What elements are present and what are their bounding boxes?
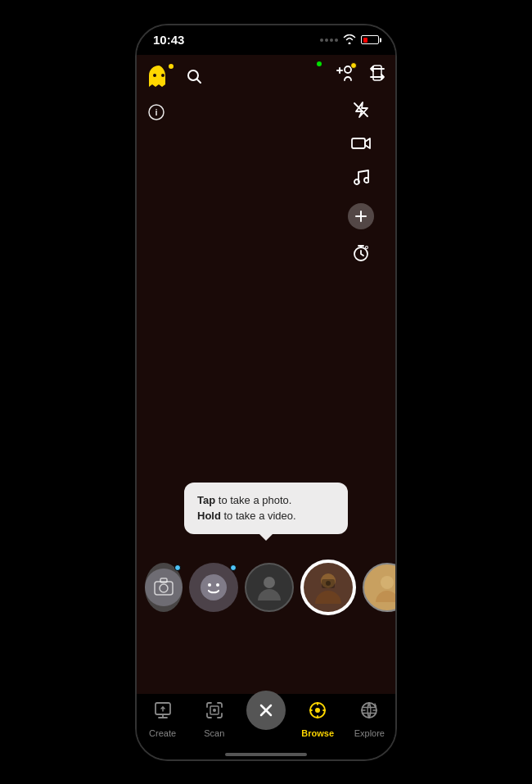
right-side-icons bbox=[348, 101, 374, 265]
signal-dot-3 bbox=[330, 39, 333, 42]
status-time: 10:43 bbox=[153, 33, 184, 47]
signal-dot-2 bbox=[325, 39, 328, 42]
shutter-close-button[interactable] bbox=[246, 691, 286, 730]
tooltip-tap-bold: Tap bbox=[197, 494, 215, 506]
nav-item-shutter[interactable] bbox=[241, 694, 291, 730]
svg-point-22 bbox=[201, 574, 227, 600]
svg-rect-21 bbox=[160, 578, 167, 582]
explore-icon bbox=[359, 700, 379, 725]
tooltip-hold-text: to take a video. bbox=[221, 510, 296, 522]
tooltip-line2: Hold to take a video. bbox=[197, 508, 335, 524]
browse-label: Browse bbox=[301, 728, 334, 738]
svg-point-23 bbox=[208, 583, 211, 587]
nav-item-create[interactable]: Create bbox=[138, 700, 187, 738]
nav-item-scan[interactable]: Scan bbox=[190, 700, 239, 738]
ghost-notification-dot bbox=[167, 62, 175, 70]
status-bar: 10:43 bbox=[137, 25, 395, 55]
camera-area[interactable]: i bbox=[137, 55, 395, 694]
signal-dot-4 bbox=[335, 39, 338, 42]
svg-point-0 bbox=[153, 74, 156, 77]
story-item-selected[interactable] bbox=[300, 560, 356, 615]
stories-row bbox=[137, 555, 395, 620]
live-button[interactable] bbox=[351, 136, 371, 153]
search-icon[interactable] bbox=[186, 68, 202, 88]
svg-point-28 bbox=[326, 581, 331, 586]
green-dot bbox=[317, 61, 322, 66]
flip-camera-button[interactable] bbox=[367, 63, 387, 86]
svg-point-1 bbox=[161, 74, 165, 77]
lens-inner bbox=[145, 569, 183, 606]
tooltip: Tap to take a photo. Hold to take a vide… bbox=[184, 483, 348, 534]
ghost-icon[interactable] bbox=[147, 65, 173, 91]
smiley-notification-dot bbox=[230, 564, 237, 571]
story-item-lens[interactable] bbox=[145, 563, 183, 612]
flash-off-button[interactable] bbox=[352, 101, 370, 121]
status-icons bbox=[320, 34, 379, 47]
nav-item-browse[interactable]: Browse bbox=[293, 700, 342, 738]
svg-point-38 bbox=[315, 708, 320, 713]
top-left-controls bbox=[147, 65, 202, 91]
nav-item-explore[interactable]: Explore bbox=[345, 700, 394, 738]
add-button[interactable] bbox=[348, 203, 374, 229]
top-right-controls bbox=[335, 63, 387, 265]
svg-point-12 bbox=[364, 178, 369, 183]
story-item-2[interactable] bbox=[245, 563, 294, 612]
svg-line-3 bbox=[197, 79, 201, 83]
battery-icon bbox=[361, 35, 379, 44]
phone-frame: 10:43 bbox=[135, 24, 397, 761]
create-label: Create bbox=[149, 728, 176, 738]
timer-button[interactable] bbox=[352, 244, 370, 265]
wifi-icon bbox=[343, 34, 356, 47]
create-icon bbox=[153, 700, 173, 725]
tooltip-tap-text: to take a photo. bbox=[215, 494, 291, 506]
battery-fill bbox=[363, 38, 367, 43]
scan-icon bbox=[205, 700, 224, 725]
top-right-top bbox=[335, 63, 387, 86]
info-icon[interactable]: i bbox=[148, 104, 165, 125]
svg-point-11 bbox=[354, 179, 359, 184]
svg-point-24 bbox=[216, 583, 219, 587]
story-item-smiley[interactable] bbox=[189, 563, 238, 612]
svg-rect-8 bbox=[373, 66, 381, 80]
explore-label: Explore bbox=[354, 728, 385, 738]
add-friend-button[interactable] bbox=[335, 65, 354, 84]
lens-notification-dot bbox=[174, 564, 181, 571]
home-indicator bbox=[225, 753, 307, 756]
scan-label: Scan bbox=[204, 728, 224, 738]
bottom-nav: Create Scan bbox=[137, 694, 395, 759]
svg-text:i: i bbox=[155, 107, 157, 117]
music-button[interactable] bbox=[353, 168, 369, 188]
svg-point-29 bbox=[381, 576, 394, 589]
svg-point-25 bbox=[264, 577, 275, 588]
svg-point-34 bbox=[213, 709, 216, 712]
tooltip-line1: Tap to take a photo. bbox=[197, 492, 335, 509]
browse-icon bbox=[308, 700, 327, 725]
signal-dot-1 bbox=[320, 39, 323, 42]
svg-rect-10 bbox=[352, 138, 365, 148]
story-item-3[interactable] bbox=[363, 563, 395, 612]
tooltip-hold-bold: Hold bbox=[197, 510, 221, 522]
svg-point-20 bbox=[160, 584, 168, 592]
add-friend-notification-dot bbox=[350, 62, 357, 69]
signal-dots bbox=[320, 39, 338, 42]
